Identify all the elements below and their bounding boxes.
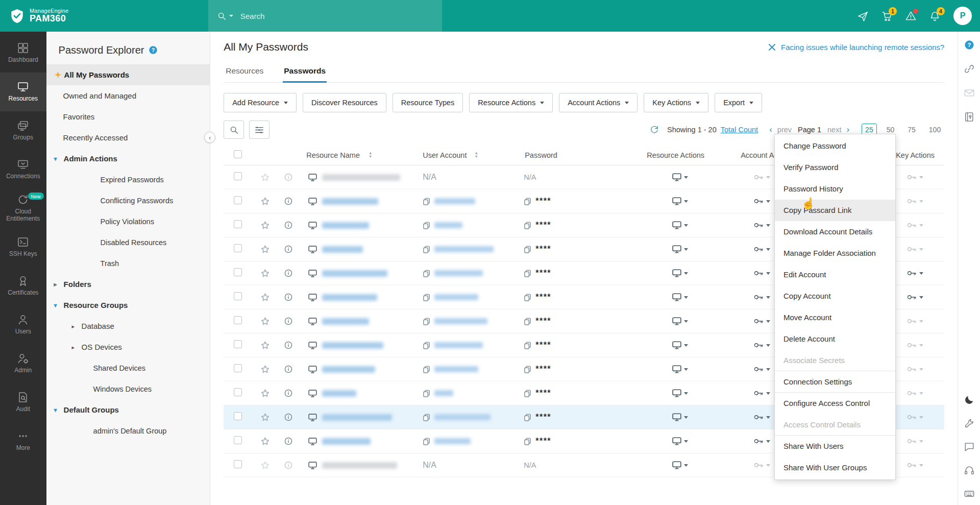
row-checkbox[interactable] <box>234 316 242 324</box>
favorite-star-icon[interactable] <box>261 197 270 205</box>
context-menu-item[interactable]: Copy Passcard Link <box>775 200 895 221</box>
row-checkbox[interactable] <box>234 412 242 420</box>
explorer-item[interactable]: Windows Devices <box>46 378 210 399</box>
copy-account-icon[interactable] <box>423 438 430 445</box>
explorer-item[interactable]: All My Passwords <box>46 64 210 85</box>
resource-name-redacted[interactable] <box>322 318 369 325</box>
user-account-redacted[interactable] <box>434 294 478 300</box>
copy-password-icon[interactable] <box>524 222 531 229</box>
context-menu-item[interactable]: Connection Settings <box>775 371 895 393</box>
context-menu-item[interactable]: Change Password <box>775 135 895 157</box>
explorer-item[interactable]: Owned and Managed <box>46 85 210 106</box>
user-account-redacted[interactable] <box>434 342 483 348</box>
key-actions-button[interactable] <box>907 294 923 300</box>
notifications-bell-icon[interactable]: 4 <box>929 11 940 21</box>
info-icon[interactable] <box>284 245 292 253</box>
info-icon[interactable] <box>284 293 292 301</box>
nav-item[interactable]: SSH Keys <box>0 228 46 267</box>
info-icon[interactable] <box>284 461 292 469</box>
info-icon[interactable] <box>284 269 292 277</box>
key-actions-button[interactable] <box>907 342 923 348</box>
account-actions-button[interactable] <box>754 294 770 300</box>
resource-name-redacted[interactable] <box>322 174 400 181</box>
copy-account-icon[interactable] <box>423 270 430 277</box>
favorite-star-icon[interactable] <box>261 413 270 421</box>
context-menu-item[interactable]: Share With Users <box>775 436 895 457</box>
copy-password-icon[interactable] <box>524 390 531 397</box>
explorer-item[interactable]: OS Devices <box>46 336 210 357</box>
nav-item[interactable]: Admin <box>0 344 46 383</box>
chat-icon[interactable] <box>964 442 974 452</box>
page-size-option[interactable]: 100 <box>925 124 944 136</box>
nav-item[interactable]: Audit <box>0 383 46 422</box>
resource-actions-button[interactable] <box>672 461 688 469</box>
explorer-item[interactable]: Resource Groups <box>46 295 210 316</box>
copy-account-icon[interactable] <box>423 294 430 301</box>
context-menu-item[interactable]: Configure Access Control <box>775 393 895 414</box>
account-actions-button[interactable] <box>754 438 770 444</box>
resource-name-redacted[interactable] <box>322 342 383 349</box>
context-menu-item[interactable]: Copy Account <box>775 285 895 307</box>
toolbar-button[interactable]: Discover Resources <box>303 93 386 112</box>
favorite-star-icon[interactable] <box>261 365 270 373</box>
support-headset-icon[interactable] <box>964 465 974 475</box>
keyboard-shortcuts-icon[interactable] <box>964 489 974 499</box>
store-cart-icon[interactable]: 1 <box>881 11 892 21</box>
user-avatar[interactable]: P <box>953 7 972 25</box>
resource-actions-button[interactable] <box>672 341 688 349</box>
info-icon[interactable] <box>284 173 292 181</box>
user-account-redacted[interactable] <box>434 390 453 396</box>
account-actions-button[interactable] <box>754 414 770 420</box>
user-account-redacted[interactable] <box>434 270 483 276</box>
tree-caret-icon[interactable] <box>72 344 82 351</box>
account-actions-button[interactable] <box>754 390 770 396</box>
explorer-item[interactable]: Disabled Resources <box>46 232 210 253</box>
account-actions-button[interactable] <box>754 198 770 204</box>
tree-caret-icon[interactable] <box>54 281 64 288</box>
tab[interactable]: Passwords <box>283 61 327 83</box>
column-header-resource-name[interactable]: Resource Name <box>306 151 360 159</box>
secrets-book-icon[interactable] <box>964 112 974 122</box>
key-actions-button[interactable] <box>907 318 923 324</box>
favorite-star-icon[interactable] <box>261 437 270 445</box>
account-actions-button[interactable] <box>754 366 770 372</box>
explorer-item[interactable]: Favorites <box>46 106 210 127</box>
explorer-item[interactable]: Database <box>46 316 210 336</box>
resource-name-redacted[interactable] <box>322 462 397 469</box>
key-actions-button[interactable] <box>907 366 923 372</box>
resource-name-redacted[interactable] <box>322 270 387 277</box>
user-account-redacted[interactable] <box>434 318 487 324</box>
explorer-item[interactable]: Trash <box>46 253 210 274</box>
row-checkbox[interactable] <box>234 196 242 204</box>
favorite-star-icon[interactable] <box>261 293 270 301</box>
row-checkbox[interactable] <box>234 292 242 300</box>
context-menu-item[interactable]: Edit Account <box>775 264 895 285</box>
nav-item[interactable]: Users <box>0 305 46 344</box>
context-menu-item[interactable]: Verify Password <box>775 157 895 178</box>
info-icon[interactable] <box>284 389 292 397</box>
context-menu-item[interactable]: Associate Secrets <box>775 350 895 371</box>
dark-mode-icon[interactable] <box>964 395 974 405</box>
row-checkbox[interactable] <box>234 268 242 276</box>
info-icon[interactable] <box>284 413 292 421</box>
favorite-star-icon[interactable] <box>261 245 270 253</box>
column-header-user-account[interactable]: User Account <box>423 151 467 159</box>
explorer-item[interactable]: Conflicting Passwords <box>46 190 210 211</box>
user-account-redacted[interactable] <box>434 366 478 372</box>
key-actions-button[interactable] <box>907 270 923 276</box>
copy-password-icon[interactable] <box>524 318 531 325</box>
account-actions-button[interactable] <box>754 342 770 348</box>
resource-name-redacted[interactable] <box>322 222 369 229</box>
resource-actions-button[interactable] <box>672 389 688 397</box>
resource-name-redacted[interactable] <box>322 198 378 205</box>
row-checkbox[interactable] <box>234 364 242 372</box>
copy-account-icon[interactable] <box>423 390 430 397</box>
explorer-item[interactable]: admin's Default Group <box>46 420 210 441</box>
resource-name-redacted[interactable] <box>322 414 392 421</box>
context-menu-item[interactable]: Move Account <box>775 307 895 328</box>
info-icon[interactable] <box>284 317 292 325</box>
nav-item[interactable]: More <box>0 422 46 461</box>
tools-icon[interactable] <box>964 418 974 428</box>
user-account-redacted[interactable] <box>434 414 491 420</box>
user-account-redacted[interactable] <box>434 198 475 204</box>
